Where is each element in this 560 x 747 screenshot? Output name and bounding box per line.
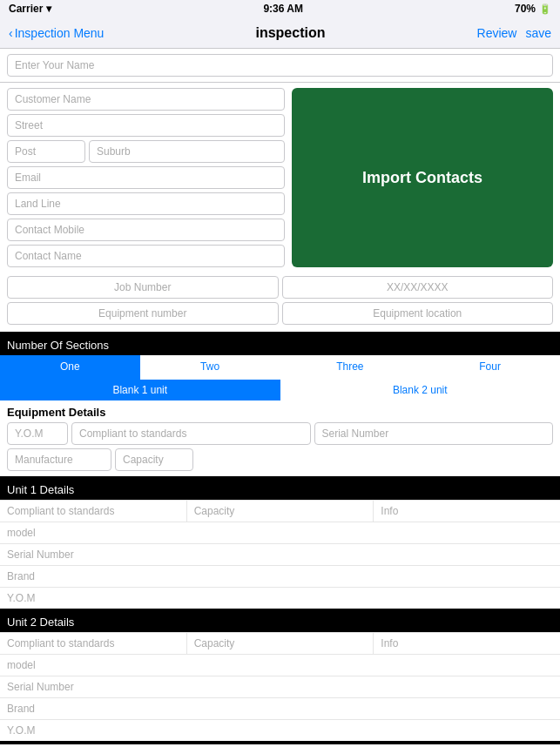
equipment-details-section: Equipment Details bbox=[0, 400, 560, 476]
number-of-sections-header: Number Of Sections bbox=[0, 335, 560, 355]
suburb-input[interactable] bbox=[89, 140, 285, 163]
job-number-input[interactable] bbox=[7, 276, 279, 299]
unit2-compliant[interactable]: Compliant to standards bbox=[0, 633, 187, 654]
email-input[interactable] bbox=[7, 166, 285, 189]
status-time: 9:36 AM bbox=[263, 3, 303, 15]
battery-icon: 🔋 bbox=[539, 3, 551, 15]
name-input[interactable] bbox=[7, 54, 553, 77]
job-equip-section bbox=[0, 273, 560, 332]
unit1-compliant[interactable]: Compliant to standards bbox=[0, 501, 187, 522]
blank-2-tab[interactable]: Blank 2 unit bbox=[280, 380, 561, 400]
name-input-container bbox=[0, 49, 560, 83]
serial-number-input[interactable] bbox=[314, 422, 554, 445]
unit2-header: Unit 2 Details bbox=[0, 612, 560, 632]
unit2-label: Unit 2 Details bbox=[7, 616, 74, 629]
unit1-brand[interactable]: Brand bbox=[0, 565, 560, 587]
unit2-capacity[interactable]: Capacity bbox=[187, 633, 374, 654]
save-button[interactable]: save bbox=[525, 26, 551, 40]
unit1-label: Unit 1 Details bbox=[7, 483, 74, 496]
unit1-header: Unit 1 Details bbox=[0, 480, 560, 500]
compliant-input[interactable] bbox=[71, 422, 311, 445]
customer-fields bbox=[7, 88, 285, 267]
equipment-details-header: Equipment Details bbox=[7, 406, 553, 419]
customer-import-row: Import Contacts bbox=[0, 83, 560, 273]
nav-actions: Review save bbox=[477, 26, 551, 40]
post-input[interactable] bbox=[7, 140, 85, 163]
number-of-sections-label: Number Of Sections bbox=[7, 339, 109, 352]
landline-input[interactable] bbox=[7, 192, 285, 215]
nav-bar: ‹ Inspection Menu inspection Review save bbox=[0, 17, 560, 49]
unit1-model[interactable]: model bbox=[0, 522, 560, 543]
unit2-yom[interactable]: Y.O.M bbox=[0, 719, 560, 741]
blank-unit-tab-row: Blank 1 unit Blank 2 unit bbox=[0, 380, 560, 400]
unit1-serial[interactable]: Serial Number bbox=[0, 543, 560, 565]
contact-name-input[interactable] bbox=[7, 245, 285, 267]
blank-1-tab[interactable]: Blank 1 unit bbox=[0, 380, 280, 400]
battery-percent: 70% bbox=[515, 3, 536, 15]
date-input[interactable] bbox=[282, 276, 554, 299]
status-left: Carrier ▾ bbox=[9, 3, 51, 15]
tab-one[interactable]: One bbox=[0, 355, 140, 380]
status-bar: Carrier ▾ 9:36 AM 70% 🔋 bbox=[0, 0, 560, 17]
equipment-number-input[interactable] bbox=[7, 302, 279, 325]
nav-title: inspection bbox=[255, 25, 325, 41]
tab-four[interactable]: Four bbox=[420, 355, 560, 380]
carrier-label: Carrier bbox=[9, 3, 43, 15]
unit2-brand[interactable]: Brand bbox=[0, 697, 560, 719]
yom-input[interactable] bbox=[7, 422, 68, 445]
status-right: 70% 🔋 bbox=[515, 3, 551, 15]
unit1-details: Compliant to standards Capacity Info mod… bbox=[0, 500, 560, 609]
chevron-left-icon: ‹ bbox=[9, 26, 13, 40]
back-label[interactable]: Inspection Menu bbox=[15, 26, 105, 40]
unit1-yom[interactable]: Y.O.M bbox=[0, 587, 560, 609]
sections-tab-row: One Two Three Four bbox=[0, 355, 560, 380]
wifi-icon: ▾ bbox=[46, 3, 51, 15]
manufacture-input[interactable] bbox=[7, 448, 111, 471]
unit2-serial[interactable]: Serial Number bbox=[0, 676, 560, 697]
contact-mobile-input[interactable] bbox=[7, 219, 285, 241]
import-contacts-button[interactable]: Import Contacts bbox=[292, 88, 553, 267]
tab-three[interactable]: Three bbox=[280, 355, 421, 380]
customer-name-input[interactable] bbox=[7, 88, 285, 111]
unit2-model[interactable]: model bbox=[0, 654, 560, 676]
tab-two[interactable]: Two bbox=[140, 355, 280, 380]
street-input[interactable] bbox=[7, 114, 285, 137]
capacity-input-equip[interactable] bbox=[115, 448, 193, 471]
equipment-location-input[interactable] bbox=[282, 302, 554, 325]
unit2-details: Compliant to standards Capacity Info mod… bbox=[0, 632, 560, 741]
import-contacts-label: Import Contacts bbox=[362, 169, 482, 187]
review-button[interactable]: Review bbox=[477, 26, 517, 40]
unit1-capacity[interactable]: Capacity bbox=[187, 501, 374, 522]
back-button[interactable]: ‹ Inspection Menu bbox=[9, 26, 104, 40]
unit2-info[interactable]: Info bbox=[374, 633, 560, 654]
unit1-info[interactable]: Info bbox=[374, 501, 560, 522]
